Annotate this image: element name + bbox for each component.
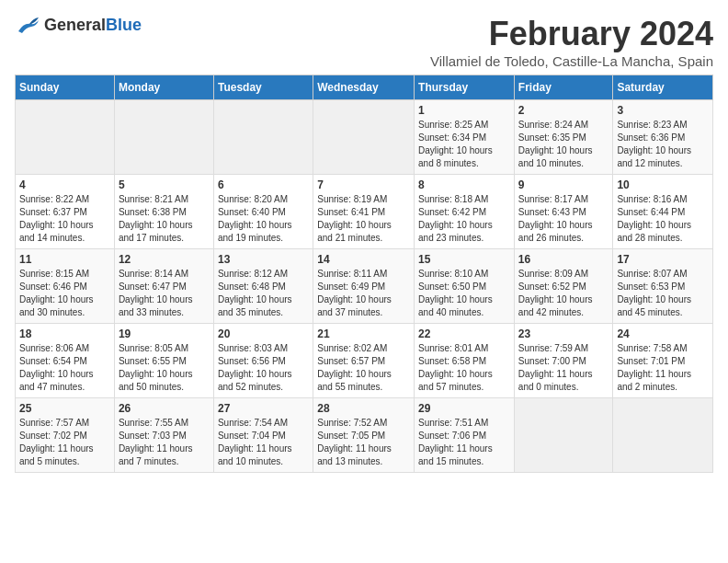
day-info: Sunrise: 8:09 AMSunset: 6:52 PMDaylight:… — [518, 268, 609, 319]
calendar-cell: 6Sunrise: 8:20 AMSunset: 6:40 PMDaylight… — [213, 175, 313, 249]
column-header-tuesday: Tuesday — [213, 75, 313, 100]
title-section: February 2024 Villamiel de Toledo, Casti… — [430, 15, 713, 69]
day-number: 18 — [19, 327, 110, 340]
day-number: 28 — [317, 402, 410, 415]
calendar-week-row: 11Sunrise: 8:15 AMSunset: 6:46 PMDayligh… — [16, 249, 713, 324]
day-info: Sunrise: 8:16 AMSunset: 6:44 PMDaylight:… — [617, 193, 709, 245]
day-info: Sunrise: 8:22 AMSunset: 6:37 PMDaylight:… — [19, 193, 110, 245]
day-number: 4 — [19, 178, 110, 191]
column-header-saturday: Saturday — [613, 75, 713, 100]
calendar-cell: 24Sunrise: 7:58 AMSunset: 7:01 PMDayligh… — [613, 324, 713, 398]
day-number: 26 — [119, 402, 210, 415]
day-number: 1 — [418, 104, 510, 117]
calendar-cell: 4Sunrise: 8:22 AMSunset: 6:37 PMDaylight… — [16, 175, 115, 249]
day-number: 29 — [418, 402, 510, 415]
calendar-cell: 29Sunrise: 7:51 AMSunset: 7:06 PMDayligh… — [415, 398, 515, 473]
day-info: Sunrise: 7:55 AMSunset: 7:03 PMDaylight:… — [119, 417, 210, 468]
calendar-cell: 14Sunrise: 8:11 AMSunset: 6:49 PMDayligh… — [313, 249, 415, 324]
day-number: 22 — [418, 327, 510, 340]
day-number: 21 — [317, 327, 410, 340]
calendar-cell: 27Sunrise: 7:54 AMSunset: 7:04 PMDayligh… — [213, 398, 313, 473]
column-header-sunday: Sunday — [16, 75, 115, 100]
day-number: 27 — [218, 402, 309, 415]
logo: GeneralBlue — [15, 15, 142, 35]
column-header-thursday: Thursday — [415, 75, 515, 100]
calendar-header-row: SundayMondayTuesdayWednesdayThursdayFrid… — [16, 75, 713, 100]
calendar-table: SundayMondayTuesdayWednesdayThursdayFrid… — [15, 75, 713, 473]
calendar-week-row: 18Sunrise: 8:06 AMSunset: 6:54 PMDayligh… — [16, 324, 713, 398]
calendar-cell: 19Sunrise: 8:05 AMSunset: 6:55 PMDayligh… — [114, 324, 213, 398]
calendar-cell: 22Sunrise: 8:01 AMSunset: 6:58 PMDayligh… — [415, 324, 515, 398]
day-info: Sunrise: 8:11 AMSunset: 6:49 PMDaylight:… — [317, 268, 410, 319]
calendar-cell — [213, 100, 313, 175]
day-info: Sunrise: 8:15 AMSunset: 6:46 PMDaylight:… — [19, 268, 110, 319]
calendar-cell: 9Sunrise: 8:17 AMSunset: 6:43 PMDaylight… — [514, 175, 613, 249]
day-number: 20 — [218, 327, 309, 340]
calendar-cell: 25Sunrise: 7:57 AMSunset: 7:02 PMDayligh… — [16, 398, 115, 473]
logo-general: General — [44, 16, 106, 34]
day-number: 17 — [617, 253, 709, 266]
day-number: 8 — [418, 178, 510, 191]
day-number: 6 — [218, 178, 309, 191]
calendar-cell: 23Sunrise: 7:59 AMSunset: 7:00 PMDayligh… — [514, 324, 613, 398]
calendar-cell: 28Sunrise: 7:52 AMSunset: 7:05 PMDayligh… — [313, 398, 415, 473]
day-info: Sunrise: 7:59 AMSunset: 7:00 PMDaylight:… — [518, 342, 609, 394]
calendar-cell: 3Sunrise: 8:23 AMSunset: 6:36 PMDaylight… — [613, 100, 713, 175]
day-info: Sunrise: 8:17 AMSunset: 6:43 PMDaylight:… — [518, 193, 609, 245]
day-number: 2 — [518, 104, 609, 117]
logo-icon — [15, 15, 40, 35]
day-info: Sunrise: 8:02 AMSunset: 6:57 PMDaylight:… — [317, 342, 410, 394]
calendar-cell: 11Sunrise: 8:15 AMSunset: 6:46 PMDayligh… — [16, 249, 115, 324]
calendar-week-row: 4Sunrise: 8:22 AMSunset: 6:37 PMDaylight… — [16, 175, 713, 249]
day-info: Sunrise: 8:18 AMSunset: 6:42 PMDaylight:… — [418, 193, 510, 245]
day-info: Sunrise: 7:51 AMSunset: 7:06 PMDaylight:… — [418, 417, 510, 468]
location-subtitle: Villamiel de Toledo, Castille-La Mancha,… — [430, 53, 713, 69]
day-number: 5 — [119, 178, 210, 191]
day-number: 16 — [518, 253, 609, 266]
day-info: Sunrise: 8:03 AMSunset: 6:56 PMDaylight:… — [218, 342, 309, 394]
month-title: February 2024 — [430, 15, 713, 53]
calendar-cell — [16, 100, 115, 175]
calendar-cell: 15Sunrise: 8:10 AMSunset: 6:50 PMDayligh… — [415, 249, 515, 324]
calendar-cell — [114, 100, 213, 175]
day-info: Sunrise: 8:05 AMSunset: 6:55 PMDaylight:… — [119, 342, 210, 394]
calendar-cell — [514, 398, 613, 473]
day-number: 13 — [218, 253, 309, 266]
day-info: Sunrise: 8:21 AMSunset: 6:38 PMDaylight:… — [119, 193, 210, 245]
calendar-week-row: 1Sunrise: 8:25 AMSunset: 6:34 PMDaylight… — [16, 100, 713, 175]
day-info: Sunrise: 8:19 AMSunset: 6:41 PMDaylight:… — [317, 193, 410, 245]
calendar-cell: 18Sunrise: 8:06 AMSunset: 6:54 PMDayligh… — [16, 324, 115, 398]
calendar-cell: 2Sunrise: 8:24 AMSunset: 6:35 PMDaylight… — [514, 100, 613, 175]
calendar-cell: 13Sunrise: 8:12 AMSunset: 6:48 PMDayligh… — [213, 249, 313, 324]
day-number: 10 — [617, 178, 709, 191]
day-info: Sunrise: 7:58 AMSunset: 7:01 PMDaylight:… — [617, 342, 709, 394]
day-info: Sunrise: 7:52 AMSunset: 7:05 PMDaylight:… — [317, 417, 410, 468]
calendar-cell: 16Sunrise: 8:09 AMSunset: 6:52 PMDayligh… — [514, 249, 613, 324]
column-header-friday: Friday — [514, 75, 613, 100]
day-info: Sunrise: 8:12 AMSunset: 6:48 PMDaylight:… — [218, 268, 309, 319]
day-info: Sunrise: 7:57 AMSunset: 7:02 PMDaylight:… — [19, 417, 110, 468]
day-number: 24 — [617, 327, 709, 340]
calendar-cell: 26Sunrise: 7:55 AMSunset: 7:03 PMDayligh… — [114, 398, 213, 473]
calendar-cell: 5Sunrise: 8:21 AMSunset: 6:38 PMDaylight… — [114, 175, 213, 249]
day-info: Sunrise: 8:07 AMSunset: 6:53 PMDaylight:… — [617, 268, 709, 319]
day-info: Sunrise: 7:54 AMSunset: 7:04 PMDaylight:… — [218, 417, 309, 468]
day-number: 12 — [119, 253, 210, 266]
day-info: Sunrise: 8:14 AMSunset: 6:47 PMDaylight:… — [119, 268, 210, 319]
day-number: 11 — [19, 253, 110, 266]
calendar-cell — [313, 100, 415, 175]
day-number: 9 — [518, 178, 609, 191]
calendar-cell: 17Sunrise: 8:07 AMSunset: 6:53 PMDayligh… — [613, 249, 713, 324]
day-number: 25 — [19, 402, 110, 415]
calendar-week-row: 25Sunrise: 7:57 AMSunset: 7:02 PMDayligh… — [16, 398, 713, 473]
calendar-cell — [613, 398, 713, 473]
day-info: Sunrise: 8:20 AMSunset: 6:40 PMDaylight:… — [218, 193, 309, 245]
day-number: 19 — [119, 327, 210, 340]
day-info: Sunrise: 8:24 AMSunset: 6:35 PMDaylight:… — [518, 119, 609, 170]
day-info: Sunrise: 8:06 AMSunset: 6:54 PMDaylight:… — [19, 342, 110, 394]
day-info: Sunrise: 8:23 AMSunset: 6:36 PMDaylight:… — [617, 119, 709, 170]
calendar-cell: 1Sunrise: 8:25 AMSunset: 6:34 PMDaylight… — [415, 100, 515, 175]
calendar-cell: 7Sunrise: 8:19 AMSunset: 6:41 PMDaylight… — [313, 175, 415, 249]
day-info: Sunrise: 8:01 AMSunset: 6:58 PMDaylight:… — [418, 342, 510, 394]
day-number: 15 — [418, 253, 510, 266]
